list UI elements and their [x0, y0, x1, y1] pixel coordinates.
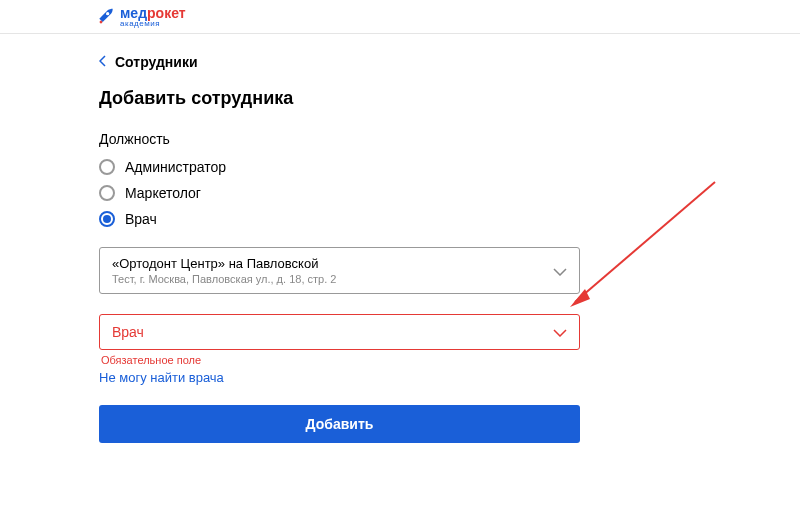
- radio-label: Маркетолог: [125, 185, 201, 201]
- svg-point-0: [106, 12, 109, 15]
- annotation-arrow-icon: [560, 177, 720, 317]
- radio-doctor[interactable]: Врач: [99, 211, 580, 227]
- main-content: Сотрудники Добавить сотрудника Должность…: [0, 34, 580, 443]
- radio-administrator[interactable]: Администратор: [99, 159, 580, 175]
- select-content: «Ортодонт Центр» на Павловской Тест, г. …: [112, 256, 336, 285]
- svg-line-1: [575, 182, 715, 302]
- radio-label: Врач: [125, 211, 157, 227]
- cant-find-doctor-link[interactable]: Не могу найти врача: [99, 370, 224, 385]
- position-label: Должность: [99, 131, 580, 147]
- error-message: Обязательное поле: [99, 354, 580, 366]
- logo-text: медрокет академия: [120, 6, 186, 28]
- radio-dot-icon: [103, 215, 111, 223]
- breadcrumb[interactable]: Сотрудники: [99, 54, 580, 70]
- radio-circle-icon: [99, 159, 115, 175]
- radio-label: Администратор: [125, 159, 226, 175]
- breadcrumb-label: Сотрудники: [115, 54, 198, 70]
- clinic-name: «Ортодонт Центр» на Павловской: [112, 256, 336, 271]
- chevron-down-icon: [553, 323, 567, 341]
- app-header: медрокет академия: [0, 0, 800, 34]
- rocket-icon: [96, 7, 116, 27]
- chevron-left-icon: [99, 54, 107, 70]
- logo-sub: академия: [120, 20, 186, 28]
- position-radio-group: Администратор Маркетолог Врач: [99, 159, 580, 227]
- logo[interactable]: медрокет академия: [96, 6, 800, 28]
- doctor-select[interactable]: Врач: [99, 314, 580, 350]
- clinic-select[interactable]: «Ортодонт Центр» на Павловской Тест, г. …: [99, 247, 580, 294]
- page-title: Добавить сотрудника: [99, 88, 580, 109]
- clinic-address: Тест, г. Москва, Павловская ул., д. 18, …: [112, 273, 336, 285]
- doctor-placeholder: Врач: [112, 324, 144, 340]
- radio-circle-icon: [99, 185, 115, 201]
- radio-marketolog[interactable]: Маркетолог: [99, 185, 580, 201]
- chevron-down-icon: [553, 262, 567, 280]
- add-button[interactable]: Добавить: [99, 405, 580, 443]
- select-content: Врач: [112, 324, 144, 340]
- radio-circle-selected-icon: [99, 211, 115, 227]
